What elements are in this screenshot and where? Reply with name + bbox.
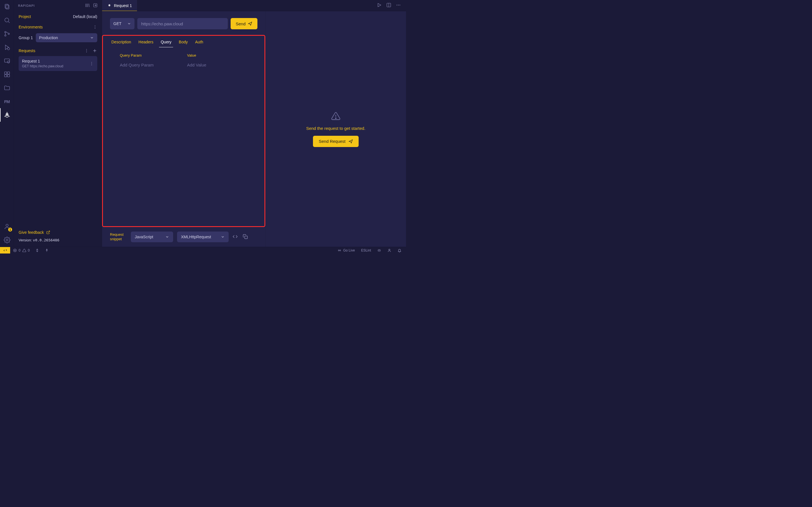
export-icon[interactable] (93, 3, 98, 9)
svg-rect-1 (6, 5, 9, 9)
query-params-grid: Query Param Value Add Query Param Add Va… (103, 47, 264, 73)
status-eslint[interactable]: ESLint (360, 248, 372, 252)
svg-rect-9 (4, 72, 7, 74)
give-feedback-link[interactable]: Give feedback (18, 230, 97, 235)
send-request-button[interactable]: Send Request (313, 136, 358, 147)
tab-query[interactable]: Query (161, 40, 171, 47)
folder-icon[interactable] (0, 81, 14, 95)
status-copilot-icon[interactable] (376, 248, 382, 252)
side-panel-header: RAPIDAPI (14, 0, 102, 11)
side-panel-title: RAPIDAPI (18, 4, 35, 7)
requests-more-icon[interactable] (84, 48, 89, 53)
more-actions-icon[interactable] (396, 3, 401, 8)
tab-body[interactable]: Body (179, 40, 188, 47)
run-debug-icon[interactable] (0, 41, 14, 54)
accounts-icon[interactable]: 1 (0, 220, 14, 233)
copy-icon[interactable] (243, 234, 248, 240)
snippet-label: Requestsnippet (110, 232, 127, 241)
status-ports[interactable] (33, 247, 42, 253)
svg-rect-12 (7, 75, 10, 77)
add-request-icon[interactable] (92, 48, 97, 53)
remote-indicator[interactable] (0, 247, 10, 253)
side-panel: RAPIDAPI Project Default (local) Environ… (14, 0, 102, 247)
requests-label: Requests (18, 48, 35, 53)
http-method-value: GET (113, 21, 121, 26)
status-problems[interactable]: 0 0 (10, 247, 33, 253)
svg-point-2 (5, 18, 9, 22)
run-icon[interactable] (377, 3, 382, 8)
status-go-live[interactable]: Go Live (336, 248, 356, 252)
snippet-language-dropdown[interactable]: JavaScript (131, 231, 173, 242)
svg-point-26 (91, 63, 92, 64)
activity-bar: FM 1 (0, 0, 14, 247)
environments-section: Environments Group 1 Production (14, 22, 102, 45)
svg-point-44 (47, 249, 47, 250)
tab-description[interactable]: Description (111, 40, 131, 47)
code-icon[interactable] (233, 234, 238, 240)
rapidapi-icon[interactable] (0, 108, 14, 122)
status-warning-count: 0 (28, 248, 30, 252)
status-feedback-icon[interactable] (386, 248, 393, 252)
http-method-dropdown[interactable]: GET (110, 18, 135, 29)
svg-point-20 (95, 27, 95, 27)
svg-point-40 (336, 118, 336, 119)
svg-rect-0 (5, 4, 8, 8)
query-value-input[interactable]: Add Value (187, 62, 248, 67)
project-value[interactable]: Default (local) (73, 14, 97, 19)
environment-value: Production (39, 36, 58, 40)
svg-rect-10 (7, 72, 10, 74)
svg-point-30 (109, 5, 109, 5)
snippet-client-dropdown[interactable]: XMLHttpRequest (177, 231, 229, 242)
svg-line-28 (48, 231, 49, 233)
extensions-icon[interactable] (0, 68, 14, 81)
svg-rect-38 (245, 236, 247, 238)
request-url-bar: GET Send (102, 11, 265, 35)
explorer-icon[interactable] (0, 0, 14, 13)
request-pane: GET Send Description Headers (102, 11, 266, 247)
environment-dropdown[interactable]: Production (36, 33, 97, 42)
request-snippet-bar: Requestsnippet JavaScript XMLHttpRequest (102, 227, 265, 247)
status-bell-icon[interactable] (396, 248, 403, 252)
status-error-count: 0 (18, 248, 20, 252)
svg-point-14 (6, 114, 7, 115)
request-item[interactable]: Request 1 GET https://echo.paw.cloud (18, 56, 97, 71)
status-bar: 0 0 Go Live ESLint (0, 247, 406, 253)
chevron-down-icon (221, 235, 225, 239)
editor-tab-request-1[interactable]: Request 1 (102, 0, 137, 11)
svg-point-50 (389, 249, 390, 250)
remote-explorer-icon[interactable] (0, 54, 14, 68)
environments-label: Environments (18, 25, 43, 29)
svg-point-48 (378, 250, 379, 251)
source-control-icon[interactable] (0, 27, 14, 41)
accounts-badge: 1 (8, 228, 12, 231)
tab-auth[interactable]: Auth (195, 40, 203, 47)
svg-point-23 (86, 50, 87, 51)
request-item-more-icon[interactable] (89, 61, 94, 66)
svg-marker-32 (378, 3, 381, 7)
external-link-icon (46, 230, 50, 234)
svg-point-27 (91, 64, 92, 65)
svg-rect-11 (4, 75, 7, 77)
response-empty-message: Send the request to get started. (306, 126, 365, 131)
project-section: Project Default (local) (14, 11, 102, 22)
svg-point-36 (398, 5, 399, 6)
search-icon[interactable] (0, 13, 14, 27)
split-editor-icon[interactable] (386, 3, 391, 8)
query-column-value-header: Value (187, 53, 248, 57)
tab-headers[interactable]: Headers (139, 40, 153, 47)
library-icon[interactable] (85, 3, 90, 9)
send-button[interactable]: Send (231, 18, 257, 29)
settings-gear-icon[interactable] (0, 233, 14, 247)
url-input[interactable] (137, 18, 228, 29)
svg-point-13 (6, 113, 8, 116)
svg-point-31 (110, 5, 110, 5)
status-live-share[interactable] (42, 247, 52, 253)
highlighted-region: Description Headers Query Body Auth Quer… (102, 35, 265, 227)
version-text: Version: v0.0.2656486 (18, 238, 97, 242)
query-param-input[interactable]: Add Query Param (120, 62, 181, 67)
feedback-label: Give feedback (18, 230, 44, 235)
environments-more-icon[interactable] (93, 25, 97, 29)
figma-icon[interactable]: FM (0, 95, 14, 108)
request-inner-tabs: Description Headers Query Body Auth (103, 36, 264, 47)
svg-point-21 (95, 28, 95, 29)
